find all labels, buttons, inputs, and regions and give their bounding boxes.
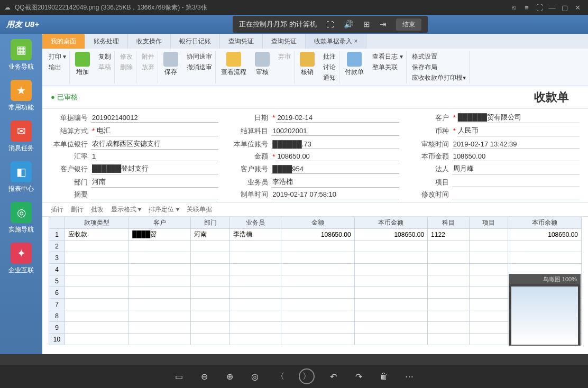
grid-header[interactable]: 本币金额 [354,217,427,229]
grid-header[interactable]: 部门 [191,217,229,229]
zoom-out-icon[interactable]: ⊖ [197,369,211,383]
tab[interactable]: 查询凭证 [263,34,306,49]
draft-button[interactable]: 草稿 [98,62,111,72]
cancel-review-button[interactable]: 撤消送审 [187,62,212,72]
notify-button[interactable]: 通知 [323,73,336,82]
docno-field[interactable]: 201902140012 [91,113,218,123]
grid-action[interactable]: 显示格式 ▾ [111,205,141,214]
tab[interactable]: 查询凭证 [220,34,263,49]
payment-button[interactable]: 付款单 [342,51,367,84]
amount-field[interactable]: 108650.00 [276,152,399,161]
local-amount-field[interactable]: 108650.00 [452,152,580,161]
tab[interactable]: 账务处理 [85,34,128,49]
table-row[interactable]: 5 [49,275,582,287]
project-field[interactable] [452,178,580,187]
writeoff-button[interactable]: 核销 [297,51,318,84]
grid-action[interactable]: 排序定位 ▾ [149,205,179,214]
discuss-button[interactable]: 讨论 [323,62,336,72]
settle-field[interactable]: 电汇 [96,125,218,136]
grid-header[interactable]: 客户 [129,217,191,229]
table-row[interactable]: 4 [49,264,582,275]
grid-header[interactable]: 科目 [428,217,470,229]
sidebar-item[interactable]: ✦企业互联 [5,241,37,277]
edit-button[interactable]: 修改 [120,52,133,61]
discard-button[interactable]: 放弃 [142,62,154,72]
table-row[interactable]: 6 [49,287,582,299]
grid-header[interactable]: 金额 [281,217,354,229]
table-row[interactable]: 7 [49,299,582,310]
fullscreen-icon[interactable]: ⛶ [533,4,546,12]
table-row[interactable]: 10 [49,334,582,345]
attach-button[interactable]: 附件 [142,52,154,61]
table-row[interactable]: 1应收款████贸河南李浩楠108650.00108650.0011221086… [49,229,582,241]
crop-icon[interactable]: ▭ [172,369,186,383]
bankacct-field[interactable]: ██████.73 [271,140,399,149]
tab[interactable]: 收款单据录入 [306,34,366,49]
thumbnail-panel[interactable]: 鸟瞰图 100% [509,274,581,346]
dept-field[interactable]: 河南 [91,177,218,188]
prev-icon[interactable]: 〈 [273,369,287,383]
link-doc-button[interactable]: 整单关联 [372,62,402,72]
memo-field[interactable] [91,190,218,199]
submit-review-button[interactable]: 协同送审 [187,52,212,61]
next-icon[interactable]: 〉 [299,368,315,384]
grid-header[interactable]: 业务员 [229,217,281,229]
grid-header[interactable] [49,217,65,229]
save-layout-button[interactable]: 保存布局 [412,62,466,72]
tab[interactable]: 我的桌面 [42,34,85,49]
trash-icon[interactable]: 🗑 [377,369,391,383]
table-row[interactable]: 3 [49,252,582,264]
date-field[interactable]: 2019-02-14 [276,113,399,123]
tab[interactable]: 银行日记账 [171,34,220,49]
rotate-left-icon[interactable]: ↶ [326,369,340,383]
fit-icon[interactable]: ◎ [248,369,262,383]
unaudit-button[interactable]: 弃审 [278,52,291,61]
print-button[interactable]: 打印 ▾ [49,52,66,61]
add-button[interactable]: 增加 [72,51,93,84]
sidebar-item[interactable]: ▦业务导航 [5,37,37,73]
table-row[interactable]: 8 [49,310,582,322]
sidebar-item[interactable]: ◎实施导航 [5,200,37,236]
settle-acct-field[interactable]: 100202001 [271,126,399,136]
grid-header[interactable]: 项目 [469,217,508,229]
sidebar-item[interactable]: ◧报表中心 [5,159,37,196]
grid-action[interactable]: 插行 [51,205,63,214]
sidebar-item[interactable]: ✉消息任务 [5,118,37,155]
maximize-button[interactable]: ▢ [558,4,571,12]
add-icon[interactable]: ⊞ [363,20,370,29]
rotate-right-icon[interactable]: ↷ [352,369,365,383]
currency-field[interactable]: 人民币 [457,125,580,136]
print-template-button[interactable]: 应收收款单打印模▾ [412,73,466,82]
pin-icon[interactable]: ⎋ [508,4,520,12]
expand-icon[interactable]: ⛶ [326,20,334,29]
tab[interactable]: 收支操作 [128,34,171,49]
rate-field[interactable]: 1 [91,152,218,161]
table-row[interactable]: 9 [49,322,582,334]
annotate-button[interactable]: 批注 [323,52,336,61]
grid-header[interactable]: 款项类型 [65,217,129,229]
table-row[interactable]: 2 [49,241,582,252]
bank-field[interactable]: 农行成都西区安德支行 [91,138,218,150]
export-button[interactable]: 输出 [49,62,66,72]
save-button[interactable]: 保存 [160,51,181,84]
sidebar-item[interactable]: ★常用功能 [5,78,37,114]
legal-person-field[interactable]: 周月峰 [452,163,580,174]
view-flow-button[interactable]: 查看流程 [218,51,250,84]
cust-bank-field[interactable]: ██████登封支行 [91,163,218,174]
delete-button[interactable]: 删除 [120,62,133,72]
grid-action[interactable]: 批改 [91,205,104,214]
more-tools-icon[interactable]: ⋯ [402,369,416,383]
customer-field[interactable]: ██████贸有限公司 [457,112,580,123]
copy-button[interactable]: 复制 [98,52,111,61]
close-button[interactable]: ✕ [571,4,584,12]
detail-grid[interactable]: 款项类型客户部门业务员金额本币金额科目项目本币余额1应收款████贸河南李浩楠1… [49,217,582,345]
sales-field[interactable]: 李浩楠 [271,177,399,188]
cust-acct-field[interactable]: ████954 [271,164,399,174]
grid-header[interactable]: 本币余额 [508,217,582,229]
grid-action[interactable]: 删行 [71,205,84,214]
format-setting-button[interactable]: 格式设置 [412,52,466,61]
view-log-button[interactable]: 查看日志 ▾ [372,52,402,61]
minimize-button[interactable]: — [546,4,558,12]
zoom-in-icon[interactable]: ⊕ [223,369,236,383]
grid-action[interactable]: 关联单据 [187,205,212,214]
